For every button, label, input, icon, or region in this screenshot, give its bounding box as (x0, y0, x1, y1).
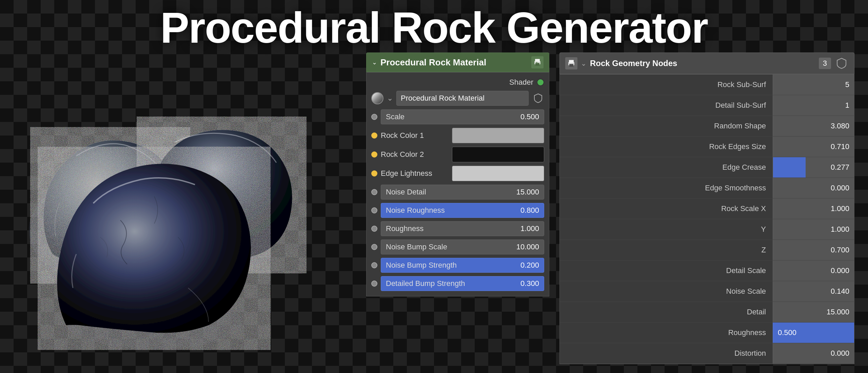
prop-box-noise-detail[interactable]: Noise Detail 15.000 (381, 185, 544, 200)
prop-box-noise-roughness[interactable]: Noise Roughness 0.800 (381, 203, 544, 218)
prop-label-detailed-bump-strength: Detailed Bump Strength (386, 279, 465, 288)
geo-label-noise-scale: Noise Scale (560, 284, 773, 298)
geo-value-rock-scale-y[interactable]: 1.000 (773, 219, 854, 240)
geo-row-noise-scale: Noise Scale 0.140 (560, 281, 854, 302)
geo-value-distortion[interactable]: 0.000 (773, 343, 854, 364)
prop-box-detailed-bump-strength[interactable]: Detailed Bump Strength 0.300 (381, 276, 544, 291)
geo-print-icon (567, 59, 575, 67)
prop-row-noise-detail: Noise Detail 15.000 (367, 183, 549, 201)
geo-shield-svg (836, 58, 847, 69)
geo-value-rock-scale-x[interactable]: 1.000 (773, 199, 854, 219)
prop-dot-rock-color-1 (371, 132, 377, 139)
prop-row-roughness: Roughness 1.000 (367, 220, 549, 238)
geo-value-noise-scale[interactable]: 0.140 (773, 281, 854, 302)
prop-dot-edge-lightness (371, 170, 377, 177)
geo-row-distortion: Distortion 0.000 (560, 343, 854, 364)
geo-panel-title: Rock Geometry Nodes (590, 59, 677, 68)
prop-box-roughness[interactable]: Roughness 1.000 (381, 221, 544, 236)
material-selector-row: ⌄ Procedural Rock Material (367, 89, 549, 108)
panel-print-button[interactable] (531, 56, 544, 68)
prop-dot-roughness (371, 226, 377, 232)
panel-header-title: Procedural Rock Material (380, 57, 486, 68)
prop-dot-scale (371, 114, 377, 120)
geo-label-rock-scale-x: Rock Scale X (560, 202, 773, 216)
prop-row-detailed-bump-strength: Detailed Bump Strength 0.300 (367, 274, 549, 293)
geo-value-edge-smoothness[interactable]: 0.000 (773, 178, 854, 198)
main-title: Procedural Rock Generator (0, 6, 868, 49)
material-panel: ⌄ Procedural Rock Material Shader ⌄ Proc… (366, 53, 549, 296)
material-dropdown-arrow: ⌄ (387, 94, 393, 103)
shield-icon (532, 92, 544, 104)
geo-header-left: ⌄ Rock Geometry Nodes (565, 57, 677, 69)
prop-row-rock-color-2: Rock Color 2 (367, 145, 549, 164)
geo-value-detail-scale[interactable]: 0.000 (773, 261, 854, 281)
geo-value-rock-sub-surf[interactable]: 5 (773, 75, 854, 95)
prop-row-noise-roughness: Noise Roughness 0.800 (367, 201, 549, 220)
geo-row-rock-sub-surf: Rock Sub-Surf 5 (560, 75, 854, 95)
geo-body: Rock Sub-Surf 5 Detail Sub-Surf 1 Random… (559, 74, 854, 364)
panel-header: ⌄ Procedural Rock Material (366, 53, 549, 72)
prop-label-noise-bump-scale: Noise Bump Scale (386, 243, 447, 251)
prop-dot-noise-bump-scale (371, 244, 377, 250)
prop-label-edge-lightness: Edge Lightness (381, 169, 449, 178)
panel-header-left: ⌄ Procedural Rock Material (372, 57, 486, 68)
geo-row-random-shape: Random Shape 3.080 (560, 116, 854, 137)
edge-crease-bar (773, 157, 806, 178)
prop-label-rock-color-1: Rock Color 1 (381, 131, 449, 140)
prop-color-rock-color-1[interactable] (452, 128, 544, 143)
prop-row-scale: Scale 0.500 (367, 108, 549, 126)
svg-rect-6 (536, 62, 537, 63)
geo-value-rock-edges-size[interactable]: 0.710 (773, 137, 854, 157)
material-selector-text: Procedural Rock Material (401, 94, 485, 103)
geo-value-random-shape[interactable]: 3.080 (773, 116, 854, 136)
geo-row-detail-sub-surf: Detail Sub-Surf 1 (560, 95, 854, 116)
geo-label-edge-crease: Edge Crease (560, 160, 773, 174)
geo-value-edge-crease[interactable]: 0.277 (773, 157, 854, 178)
geo-label-random-shape: Random Shape (560, 119, 773, 133)
geo-row-rock-scale-x: Rock Scale X 1.000 (560, 199, 854, 219)
material-sphere-icon (371, 92, 383, 104)
geo-label-rock-scale-z: Z (560, 243, 773, 257)
geo-row-rock-scale-y: Y 1.000 (560, 219, 854, 240)
geo-header: ⌄ Rock Geometry Nodes 3 (559, 53, 854, 74)
chevron-icon: ⌄ (372, 59, 377, 66)
geo-label-rock-edges-size: Rock Edges Size (560, 140, 773, 154)
geo-row-detail-scale: Detail Scale 0.000 (560, 261, 854, 281)
prop-box-noise-bump-strength[interactable]: Noise Bump Strength 0.200 (381, 258, 544, 273)
geo-value-detail-sub-surf[interactable]: 1 (773, 95, 854, 116)
prop-color-rock-color-2[interactable] (452, 147, 544, 162)
shader-row: Shader (367, 76, 549, 89)
rock-preview-area (0, 51, 373, 373)
geo-row-detail: Detail 15.000 (560, 302, 854, 323)
svg-rect-9 (569, 64, 573, 67)
rock-image (25, 68, 348, 356)
geo-print-button[interactable] (565, 57, 577, 69)
panel-body: Shader ⌄ Procedural Rock Material Scale … (366, 72, 549, 296)
prop-color-edge-lightness[interactable] (452, 166, 544, 181)
geo-label-detail-sub-surf: Detail Sub-Surf (560, 98, 773, 112)
material-selector-box[interactable]: Procedural Rock Material (396, 91, 529, 106)
geo-value-roughness[interactable]: 0.500 (773, 323, 854, 343)
prop-box-noise-bump-scale[interactable]: Noise Bump Scale 10.000 (381, 240, 544, 254)
prop-label-rock-color-2: Rock Color 2 (381, 150, 449, 159)
geo-row-roughness: Roughness 0.500 (560, 323, 854, 343)
geo-label-distortion: Distortion (560, 346, 773, 360)
prop-label-noise-detail: Noise Detail (386, 188, 426, 196)
prop-value-detailed-bump-strength: 0.300 (520, 279, 539, 288)
prop-value-noise-bump-scale: 10.000 (516, 243, 539, 251)
geo-row-rock-edges-size: Rock Edges Size 0.710 (560, 137, 854, 157)
geo-label-detail: Detail (560, 305, 773, 319)
prop-value-scale: 0.500 (520, 112, 539, 121)
prop-row-noise-bump-strength: Noise Bump Strength 0.200 (367, 256, 549, 274)
geo-header-right: 3 (819, 56, 849, 70)
prop-box-scale[interactable]: Scale 0.500 (381, 109, 544, 124)
prop-dot-noise-detail (371, 189, 377, 195)
prop-label-noise-roughness: Noise Roughness (386, 206, 445, 215)
geo-nodes-panel: ⌄ Rock Geometry Nodes 3 Rock Sub-Surf 5 … (559, 53, 854, 364)
shader-status-dot (537, 79, 544, 86)
prop-label-scale: Scale (386, 112, 405, 121)
geo-value-rock-scale-z[interactable]: 0.700 (773, 240, 854, 260)
geo-value-detail[interactable]: 15.000 (773, 302, 854, 322)
geo-value-edge-crease-text: 0.277 (831, 163, 849, 172)
geo-label-detail-scale: Detail Scale (560, 264, 773, 278)
